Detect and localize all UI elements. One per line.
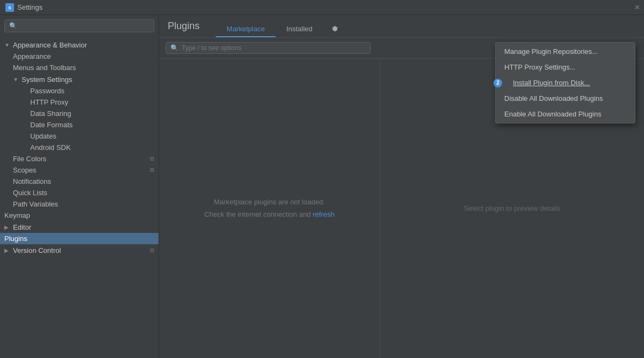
sidebar-label-keymap: Keymap [4, 211, 30, 219]
gear-icon [331, 25, 339, 34]
plugin-list-pane: Marketplace plugins are not loaded. Chec… [159, 59, 380, 358]
sidebar-label-updates: Updates [30, 132, 56, 140]
sidebar-label-path-variables: Path Variables [13, 200, 58, 208]
arrow-icon: ▼ [4, 42, 11, 48]
badge-number: 2 [494, 79, 502, 87]
arrow-icon: ▼ [13, 77, 19, 82]
gear-button[interactable] [325, 22, 345, 37]
enable-all-label: Enable All Downloaded Plugins [504, 110, 601, 118]
sidebar-item-android-sdk[interactable]: Android SDK [0, 142, 159, 153]
tab-marketplace-label: Marketplace [227, 25, 265, 33]
copy-icon: ⧉ [150, 247, 154, 254]
manage-repos-label: Manage Plugin Repositories... [504, 47, 598, 56]
install-from-disk-label: Install Plugin from Disk... [513, 79, 590, 87]
sidebar-item-updates[interactable]: Updates [0, 130, 159, 142]
sidebar-item-data-sharing[interactable]: Data Sharing [0, 108, 159, 119]
app-icon: s [5, 3, 14, 12]
sidebar-label-passwords: Passwords [30, 87, 65, 95]
sidebar-label-menus-toolbars: Menus and Toolbars [13, 64, 76, 72]
sidebar-label-appearance: Appearance [13, 52, 51, 60]
not-loaded-line1: Marketplace plugins are not loaded. [214, 198, 325, 206]
sidebar-item-quick-lists[interactable]: Quick Lists [0, 187, 159, 198]
copy-icon: ⧉ [150, 167, 154, 174]
title-bar: s Settings × [0, 0, 644, 15]
sidebar-item-scopes[interactable]: Scopes ⧉ [0, 164, 159, 176]
sidebar-item-plugins[interactable]: Plugins [0, 233, 159, 244]
sidebar-item-http-proxy[interactable]: HTTP Proxy [0, 97, 159, 108]
sidebar-label-appearance-behavior: Appearance & Behavior [13, 41, 87, 49]
arrow-icon: ▶ [4, 224, 11, 230]
sidebar-label-notifications: Notifications [13, 177, 51, 185]
sidebar-item-menus-toolbars[interactable]: Menus and Toolbars [0, 62, 159, 73]
sidebar-search-input[interactable] [20, 22, 149, 30]
sidebar-label-data-sharing: Data Sharing [30, 109, 71, 118]
sidebar-label-plugins: Plugins [4, 235, 28, 243]
dropdown-item-manage-repos[interactable]: Manage Plugin Repositories... [496, 44, 635, 59]
sidebar-item-version-control[interactable]: ▶ Version Control ⧉ [0, 244, 159, 256]
sidebar-tree: ▼ Appearance & Behavior Appearance Menus… [0, 37, 159, 358]
sidebar-item-appearance-behavior[interactable]: ▼ Appearance & Behavior [0, 39, 159, 51]
page-title: Plugins [168, 20, 200, 32]
sidebar-label-scopes: Scopes [13, 166, 148, 174]
sidebar-label-version-control: Version Control [13, 246, 148, 254]
search-icon: 🔍 [9, 22, 17, 30]
tab-installed-label: Installed [286, 25, 312, 33]
gear-dropdown-menu: Manage Plugin Repositories... HTTP Proxy… [495, 42, 635, 123]
dropdown-item-http-proxy[interactable]: HTTP Proxy Settings... [496, 59, 635, 75]
arrow-icon: ▶ [4, 247, 11, 253]
dropdown-item-disable-all[interactable]: Disable All Downloaded Plugins [496, 91, 635, 106]
badge-label: 2 [496, 80, 499, 86]
tab-marketplace[interactable]: Marketplace [216, 22, 276, 37]
main-layout: 🔍 ▼ Appearance & Behavior Appearance Men… [0, 15, 644, 358]
sidebar-label-editor: Editor [13, 223, 31, 231]
tabs: Marketplace Installed [216, 22, 345, 37]
sidebar-label-file-colors: File Colors [13, 155, 148, 163]
sidebar-item-file-colors[interactable]: File Colors ⧉ [0, 153, 159, 164]
sidebar-item-system-settings[interactable]: ▼ System Settings [0, 73, 159, 85]
content-area: Plugins Marketplace Installed 🔍 [159, 15, 644, 358]
sidebar-search[interactable]: 🔍 [4, 19, 154, 32]
sidebar: 🔍 ▼ Appearance & Behavior Appearance Men… [0, 15, 159, 358]
sidebar-item-editor[interactable]: ▶ Editor [0, 221, 159, 233]
title-bar-label: Settings [17, 3, 43, 11]
refresh-link[interactable]: refresh [313, 210, 334, 218]
sidebar-item-passwords[interactable]: Passwords [0, 85, 159, 97]
sidebar-label-http-proxy: HTTP Proxy [30, 98, 68, 106]
content-header: Plugins Marketplace Installed [159, 15, 644, 38]
plugin-search-box[interactable]: 🔍 [166, 42, 371, 54]
sidebar-label-quick-lists: Quick Lists [13, 189, 47, 197]
plugin-search-input[interactable] [182, 44, 366, 52]
copy-icon: ⧉ [150, 155, 154, 162]
tab-installed[interactable]: Installed [276, 22, 323, 37]
sidebar-item-path-variables[interactable]: Path Variables [0, 198, 159, 210]
dropdown-item-enable-all[interactable]: Enable All Downloaded Plugins [496, 106, 635, 122]
select-plugin-text: Select plugin to preview details [464, 204, 560, 212]
dropdown-item-install-from-disk[interactable]: 2 Install Plugin from Disk... [496, 75, 635, 91]
sidebar-item-notifications[interactable]: Notifications [0, 176, 159, 187]
not-loaded-message: Marketplace plugins are not loaded. Chec… [204, 196, 334, 220]
search-icon: 🔍 [170, 44, 179, 52]
sidebar-item-appearance[interactable]: Appearance [0, 51, 159, 62]
disable-all-label: Disable All Downloaded Plugins [504, 94, 603, 102]
sidebar-item-date-formats[interactable]: Date Formats [0, 119, 159, 130]
sidebar-item-keymap[interactable]: Keymap [0, 210, 159, 221]
http-proxy-label: HTTP Proxy Settings... [504, 63, 576, 71]
sidebar-label-date-formats: Date Formats [30, 121, 73, 129]
not-loaded-line2: Check the internet connection and [204, 210, 311, 218]
sidebar-label-android-sdk: Android SDK [30, 143, 71, 152]
close-button[interactable]: × [635, 3, 640, 12]
sidebar-label-system-settings: System Settings [22, 75, 72, 84]
